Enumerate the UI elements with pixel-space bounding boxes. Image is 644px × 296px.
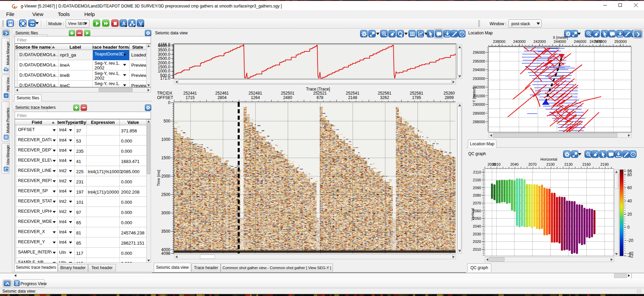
svg-text:2110: 2110 [473, 170, 481, 174]
svg-text:2190: 2190 [600, 162, 609, 166]
svg-text:X [meter]: X [meter] [553, 35, 568, 39]
svg-text:4098: 4098 [161, 251, 170, 256]
svg-text:2020: 2020 [473, 240, 481, 244]
svg-text:294000: 294000 [473, 68, 485, 72]
svg-text:3000: 3000 [161, 211, 170, 215]
svg-text:293000: 293000 [473, 77, 485, 81]
svg-text:1500: 1500 [161, 155, 170, 160]
svg-text:2070: 2070 [528, 162, 537, 166]
svg-text:Horizontal: Horizontal [540, 157, 557, 161]
svg-text:242000: 242000 [533, 39, 546, 44]
svg-text:2000: 2000 [161, 174, 170, 179]
svg-text:296000: 296000 [473, 50, 485, 54]
svg-text:2130: 2130 [564, 162, 573, 166]
svg-text:Time [ms]: Time [ms] [156, 170, 160, 186]
svg-text:2070: 2070 [473, 201, 481, 205]
svg-text:238000: 238000 [493, 39, 506, 44]
svg-text:2500: 2500 [161, 192, 170, 197]
svg-text:289000: 289000 [473, 111, 485, 115]
svg-text:500: 500 [164, 119, 170, 124]
svg-text:246000: 246000 [574, 39, 587, 44]
svg-text:244000: 244000 [554, 39, 566, 44]
svg-text:171.0: 171.0 [160, 76, 170, 80]
svg-text:Y [meter]: Y [meter] [473, 87, 476, 102]
svg-text:250000: 250000 [614, 39, 627, 44]
svg-text:2100: 2100 [546, 162, 555, 166]
svg-text:2030: 2030 [473, 232, 481, 236]
svg-text:2090: 2090 [473, 186, 481, 190]
svg-text:2000: 2000 [488, 162, 496, 166]
svg-text:295000: 295000 [473, 59, 485, 63]
svg-text:288000: 288000 [473, 120, 485, 124]
svg-text:Vertical: Vertical [471, 208, 475, 220]
svg-text:247970: 247970 [590, 39, 602, 44]
svg-text:240000: 240000 [513, 39, 526, 44]
svg-text:2010: 2010 [473, 247, 481, 251]
svg-text:290000: 290000 [473, 102, 485, 106]
svg-text:2040: 2040 [473, 224, 481, 228]
svg-text:3500: 3500 [161, 229, 170, 234]
svg-text:1000: 1000 [161, 137, 170, 142]
svg-text:2100: 2100 [473, 178, 481, 182]
svg-text:?: ? [5, 94, 7, 98]
svg-text:2040: 2040 [510, 162, 519, 166]
svg-text:2080: 2080 [473, 193, 481, 197]
svg-text:g: g [14, 5, 16, 8]
svg-text:2160: 2160 [582, 162, 591, 166]
svg-text:0: 0 [168, 100, 170, 105]
